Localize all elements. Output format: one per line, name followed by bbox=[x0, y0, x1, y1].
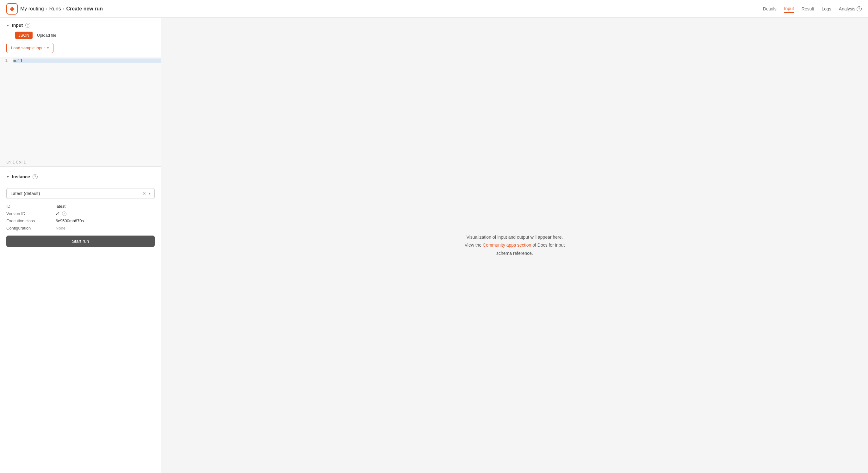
version-id-text: v1 bbox=[56, 211, 60, 216]
load-sample-label: Load sample input bbox=[11, 45, 44, 50]
detail-label-execution-class: Execution class bbox=[6, 219, 51, 223]
instance-select-value: Latest (default) bbox=[10, 191, 142, 196]
app-logo: ◈ bbox=[6, 3, 18, 14]
nav-analysis-label: Analysis bbox=[839, 6, 855, 11]
tab-upload-file[interactable]: Upload file bbox=[34, 32, 59, 39]
nav-result[interactable]: Result bbox=[802, 5, 814, 13]
viz-line2-suffix: of Docs for input bbox=[531, 243, 565, 248]
viz-line3: schema reference. bbox=[496, 251, 533, 256]
header-nav: Details Input Result Logs Analysis ? bbox=[763, 5, 862, 13]
instance-collapse-arrow[interactable]: ▼ bbox=[6, 175, 9, 179]
load-sample-input-button[interactable]: Load sample input ▾ bbox=[6, 43, 54, 53]
input-section-header: ▼ Input ? bbox=[0, 18, 161, 32]
input-section-title: Input bbox=[12, 23, 23, 28]
nav-details[interactable]: Details bbox=[763, 5, 777, 13]
nav-logs[interactable]: Logs bbox=[822, 5, 831, 13]
instance-select-actions: ✕ ▾ bbox=[142, 191, 151, 196]
instance-details: ID latest Version ID v1 ? Execution clas… bbox=[6, 204, 155, 230]
nav-analysis[interactable]: Analysis ? bbox=[839, 5, 862, 13]
breadcrumb-sep-1: › bbox=[46, 6, 48, 11]
logo-symbol: ◈ bbox=[10, 5, 14, 12]
detail-label-configuration: Configuration bbox=[6, 226, 51, 230]
input-collapse-arrow[interactable]: ▼ bbox=[6, 24, 9, 27]
analysis-help-icon: ? bbox=[857, 6, 862, 11]
breadcrumb: My routing › Runs › Create new run bbox=[20, 6, 103, 12]
detail-label-version-id: Version ID bbox=[6, 211, 51, 216]
nav-input[interactable]: Input bbox=[784, 5, 794, 13]
instance-section: Latest (default) ✕ ▾ ID latest Version I… bbox=[0, 183, 161, 235]
input-tabs: JSON Upload file bbox=[0, 32, 161, 43]
detail-value-id: latest bbox=[56, 204, 155, 209]
instance-clear-icon[interactable]: ✕ bbox=[142, 191, 146, 196]
main-layout: ▼ Input ? JSON Upload file Load sample i… bbox=[0, 18, 868, 473]
header-left: ◈ My routing › Runs › Create new run bbox=[6, 3, 763, 14]
line-content-1: null bbox=[13, 59, 161, 63]
right-panel: Visualization of input and output will a… bbox=[161, 18, 868, 473]
instance-section-title: Instance bbox=[12, 174, 30, 179]
detail-label-id: ID bbox=[6, 204, 51, 209]
detail-value-execution-class: 6c9500mb870s bbox=[56, 219, 155, 223]
breadcrumb-create-new-run: Create new run bbox=[66, 6, 103, 12]
community-apps-link[interactable]: Community apps section bbox=[483, 243, 531, 248]
breadcrumb-runs[interactable]: Runs bbox=[49, 6, 61, 12]
input-help-icon[interactable]: ? bbox=[25, 23, 30, 28]
instance-dropdown-icon[interactable]: ▾ bbox=[149, 191, 151, 196]
editor-status-bar: Ln: 1 Col: 1 bbox=[0, 158, 161, 167]
load-sample-chevron: ▾ bbox=[47, 46, 49, 50]
visualization-placeholder: Visualization of input and output will a… bbox=[465, 233, 565, 257]
start-run-button[interactable]: Start run bbox=[6, 235, 155, 247]
detail-value-configuration: None bbox=[56, 226, 155, 230]
app-header: ◈ My routing › Runs › Create new run Det… bbox=[0, 0, 868, 18]
viz-line2-prefix: View the bbox=[465, 243, 483, 248]
viz-line1: Visualization of input and output will a… bbox=[467, 234, 563, 240]
instance-section-header: ▼ Instance ? bbox=[0, 169, 161, 183]
breadcrumb-my-routing[interactable]: My routing bbox=[20, 6, 44, 12]
code-line-1: 1 null bbox=[0, 57, 161, 64]
tab-json[interactable]: JSON bbox=[15, 32, 33, 39]
breadcrumb-sep-2: › bbox=[63, 6, 65, 11]
line-number-1: 1 bbox=[0, 59, 13, 63]
detail-value-version-id: v1 ? bbox=[56, 211, 155, 216]
left-panel: ▼ Input ? JSON Upload file Load sample i… bbox=[0, 18, 161, 473]
instance-help-icon[interactable]: ? bbox=[33, 174, 38, 179]
code-editor[interactable]: 1 null bbox=[0, 57, 161, 158]
version-help-icon[interactable]: ? bbox=[62, 212, 66, 216]
instance-select-dropdown[interactable]: Latest (default) ✕ ▾ bbox=[6, 188, 155, 199]
